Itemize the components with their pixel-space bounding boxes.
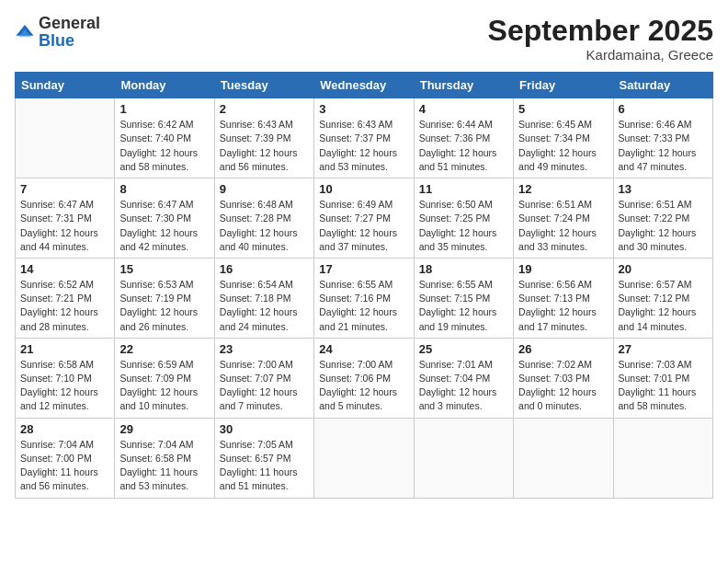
day-info: Sunrise: 6:58 AMSunset: 7:10 PMDaylight:… [20,358,109,414]
week-row-3: 21Sunrise: 6:58 AMSunset: 7:10 PMDayligh… [16,338,713,418]
day-number: 19 [518,262,608,276]
calendar-cell: 4Sunrise: 6:44 AMSunset: 7:36 PMDaylight… [414,98,513,178]
day-info: Sunrise: 6:47 AMSunset: 7:31 PMDaylight:… [20,198,109,254]
day-info: Sunrise: 7:05 AMSunset: 6:57 PMDaylight:… [220,438,309,494]
day-number: 9 [220,182,309,196]
day-info: Sunrise: 6:57 AMSunset: 7:12 PMDaylight:… [619,278,708,334]
day-info: Sunrise: 7:02 AMSunset: 7:03 PMDaylight:… [518,358,608,414]
logo: General Blue [15,15,100,50]
header-monday: Monday [115,73,214,98]
calendar-cell: 18Sunrise: 6:55 AMSunset: 7:15 PMDayligh… [414,258,513,338]
header-thursday: Thursday [414,73,513,98]
day-info: Sunrise: 6:42 AMSunset: 7:40 PMDaylight:… [119,118,209,174]
week-row-2: 14Sunrise: 6:52 AMSunset: 7:21 PMDayligh… [16,258,713,338]
day-number: 22 [119,342,209,356]
logo-general: General [39,14,100,32]
calendar-cell: 29Sunrise: 7:04 AMSunset: 6:58 PMDayligh… [115,418,214,498]
calendar-cell: 13Sunrise: 6:51 AMSunset: 7:22 PMDayligh… [613,178,712,259]
day-number: 26 [518,342,608,356]
calendar-cell: 25Sunrise: 7:01 AMSunset: 7:04 PMDayligh… [414,338,513,418]
day-number: 16 [220,262,309,276]
day-info: Sunrise: 6:59 AMSunset: 7:09 PMDaylight:… [119,358,209,414]
week-row-1: 7Sunrise: 6:47 AMSunset: 7:31 PMDaylight… [16,178,713,259]
day-info: Sunrise: 6:52 AMSunset: 7:21 PMDaylight:… [20,278,109,334]
day-info: Sunrise: 6:54 AMSunset: 7:18 PMDaylight:… [220,278,309,334]
calendar-cell: 23Sunrise: 7:00 AMSunset: 7:07 PMDayligh… [214,338,313,418]
calendar-cell: 27Sunrise: 7:03 AMSunset: 7:01 PMDayligh… [613,338,712,418]
day-info: Sunrise: 6:46 AMSunset: 7:33 PMDaylight:… [619,118,708,174]
day-number: 6 [619,102,708,116]
page-header: General Blue September 2025 Kardamaina, … [15,15,713,63]
day-info: Sunrise: 6:43 AMSunset: 7:37 PMDaylight:… [319,118,408,174]
day-info: Sunrise: 7:04 AMSunset: 7:00 PMDaylight:… [20,438,109,494]
calendar-cell: 15Sunrise: 6:53 AMSunset: 7:19 PMDayligh… [115,258,214,338]
day-number: 15 [119,262,209,276]
header-tuesday: Tuesday [214,73,313,98]
week-row-0: 1Sunrise: 6:42 AMSunset: 7:40 PMDaylight… [16,98,713,178]
day-number: 23 [220,342,309,356]
calendar-cell: 28Sunrise: 7:04 AMSunset: 7:00 PMDayligh… [16,418,115,498]
title-block: September 2025 Kardamaina, Greece [488,15,713,63]
calendar-header-row: SundayMondayTuesdayWednesdayThursdayFrid… [16,73,713,98]
day-number: 13 [619,182,708,196]
calendar-cell [314,418,414,498]
day-info: Sunrise: 7:03 AMSunset: 7:01 PMDaylight:… [619,358,708,414]
month-title: September 2025 [488,15,713,47]
day-info: Sunrise: 6:44 AMSunset: 7:36 PMDaylight:… [419,118,508,174]
calendar-cell: 26Sunrise: 7:02 AMSunset: 7:03 PMDayligh… [514,338,613,418]
calendar-cell [414,418,513,498]
logo-text: General Blue [39,15,100,50]
day-number: 8 [119,182,209,196]
day-number: 10 [319,182,408,196]
day-info: Sunrise: 6:51 AMSunset: 7:22 PMDaylight:… [619,198,708,254]
header-friday: Friday [514,73,613,98]
calendar-cell: 14Sunrise: 6:52 AMSunset: 7:21 PMDayligh… [16,258,115,338]
day-info: Sunrise: 6:56 AMSunset: 7:13 PMDaylight:… [518,278,608,334]
day-info: Sunrise: 6:45 AMSunset: 7:34 PMDaylight:… [518,118,608,174]
calendar-cell: 22Sunrise: 6:59 AMSunset: 7:09 PMDayligh… [115,338,214,418]
day-number: 2 [220,102,309,116]
calendar-cell [613,418,712,498]
day-number: 25 [419,342,508,356]
calendar-table: SundayMondayTuesdayWednesdayThursdayFrid… [15,72,713,498]
calendar-cell: 20Sunrise: 6:57 AMSunset: 7:12 PMDayligh… [613,258,712,338]
calendar-cell: 5Sunrise: 6:45 AMSunset: 7:34 PMDaylight… [514,98,613,178]
day-number: 5 [518,102,608,116]
day-number: 11 [419,182,508,196]
day-info: Sunrise: 6:48 AMSunset: 7:28 PMDaylight:… [220,198,309,254]
day-info: Sunrise: 6:49 AMSunset: 7:27 PMDaylight:… [319,198,408,254]
calendar-cell: 10Sunrise: 6:49 AMSunset: 7:27 PMDayligh… [314,178,414,259]
day-number: 29 [119,422,209,436]
calendar-cell: 6Sunrise: 6:46 AMSunset: 7:33 PMDaylight… [613,98,712,178]
day-number: 4 [419,102,508,116]
calendar-cell: 9Sunrise: 6:48 AMSunset: 7:28 PMDaylight… [214,178,313,259]
day-number: 3 [319,102,408,116]
day-info: Sunrise: 7:04 AMSunset: 6:58 PMDaylight:… [119,438,209,494]
day-info: Sunrise: 7:00 AMSunset: 7:07 PMDaylight:… [220,358,309,414]
day-info: Sunrise: 6:50 AMSunset: 7:25 PMDaylight:… [419,198,508,254]
calendar-cell: 11Sunrise: 6:50 AMSunset: 7:25 PMDayligh… [414,178,513,259]
calendar-cell: 12Sunrise: 6:51 AMSunset: 7:24 PMDayligh… [514,178,613,259]
calendar-cell: 24Sunrise: 7:00 AMSunset: 7:06 PMDayligh… [314,338,414,418]
calendar-cell: 21Sunrise: 6:58 AMSunset: 7:10 PMDayligh… [16,338,115,418]
day-number: 24 [319,342,408,356]
calendar-cell: 1Sunrise: 6:42 AMSunset: 7:40 PMDaylight… [115,98,214,178]
day-info: Sunrise: 7:00 AMSunset: 7:06 PMDaylight:… [319,358,408,414]
day-number: 30 [220,422,309,436]
calendar-cell: 2Sunrise: 6:43 AMSunset: 7:39 PMDaylight… [214,98,313,178]
day-info: Sunrise: 6:55 AMSunset: 7:15 PMDaylight:… [419,278,508,334]
calendar-cell: 8Sunrise: 6:47 AMSunset: 7:30 PMDaylight… [115,178,214,259]
day-number: 1 [119,102,209,116]
day-number: 17 [319,262,408,276]
day-number: 7 [20,182,109,196]
day-number: 21 [20,342,109,356]
day-number: 18 [419,262,508,276]
day-info: Sunrise: 6:51 AMSunset: 7:24 PMDaylight:… [518,198,608,254]
header-wednesday: Wednesday [314,73,414,98]
day-info: Sunrise: 7:01 AMSunset: 7:04 PMDaylight:… [419,358,508,414]
day-info: Sunrise: 6:47 AMSunset: 7:30 PMDaylight:… [119,198,209,254]
day-number: 20 [619,262,708,276]
day-info: Sunrise: 6:55 AMSunset: 7:16 PMDaylight:… [319,278,408,334]
day-number: 12 [518,182,608,196]
header-sunday: Sunday [16,73,115,98]
